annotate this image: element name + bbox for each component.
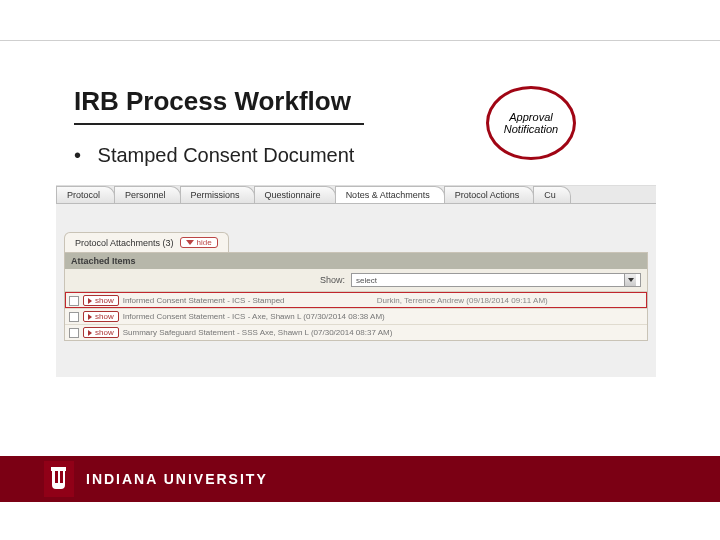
checkbox[interactable]: [69, 328, 79, 338]
panel-header: Attached Items: [65, 253, 647, 269]
show-btn-label: show: [95, 312, 114, 321]
attachment-name: Informed Consent Statement - ICS - Stamp…: [123, 296, 373, 305]
chevron-right-icon: [88, 330, 92, 336]
bullet-text: Stamped Consent Document: [98, 144, 355, 166]
show-select[interactable]: select: [351, 273, 641, 287]
slide: IRB Process Workflow • Stamped Consent D…: [0, 0, 720, 540]
header-rule: [0, 40, 720, 41]
hide-label: hide: [197, 238, 212, 247]
screenshot-panel: Protocol Personnel Permissions Questionn…: [56, 185, 656, 377]
footer-bar: INDIANA UNIVERSITY: [0, 456, 720, 502]
filter-row: Show: select: [65, 269, 647, 292]
section-protocol-attachments[interactable]: Protocol Attachments (3) hide: [64, 232, 229, 252]
checkbox[interactable]: [69, 312, 79, 322]
slide-title: IRB Process Workflow: [74, 86, 364, 125]
table-row[interactable]: show Informed Consent Statement - ICS - …: [65, 308, 647, 324]
show-btn-label: show: [95, 328, 114, 337]
table-row[interactable]: show Informed Consent Statement - ICS - …: [65, 292, 647, 308]
hide-button[interactable]: hide: [180, 237, 218, 248]
chevron-down-icon: [186, 240, 194, 245]
section-tabs: Protocol Attachments (3) hide: [64, 232, 656, 252]
approval-callout: Approval Notification: [486, 86, 576, 160]
chevron-right-icon: [88, 314, 92, 320]
attachment-name: Summary Safeguard Statement - SSS Axe, S…: [123, 328, 393, 337]
slide-bullet: • Stamped Consent Document: [74, 144, 434, 167]
attachment-meta: Durkin, Terrence Andrew (09/18/2014 09:1…: [377, 296, 548, 305]
iu-logo: [44, 461, 74, 497]
callout-text: Approval Notification: [493, 111, 569, 135]
show-button[interactable]: show: [83, 311, 119, 322]
tab-protocol-actions[interactable]: Protocol Actions: [444, 186, 535, 203]
tab-notes-attachments[interactable]: Notes & Attachments: [335, 186, 445, 203]
tab-overflow[interactable]: Cu: [533, 186, 571, 203]
chevron-right-icon: [88, 298, 92, 304]
bullet-dot: •: [74, 144, 92, 167]
tab-permissions[interactable]: Permissions: [180, 186, 255, 203]
tab-personnel[interactable]: Personnel: [114, 186, 181, 203]
table-row[interactable]: show Summary Safeguard Statement - SSS A…: [65, 324, 647, 340]
show-button[interactable]: show: [83, 295, 119, 306]
attachments-panel: Attached Items Show: select show Informe…: [64, 252, 648, 341]
iu-logo-icon: [50, 467, 68, 491]
attachment-name: Informed Consent Statement - ICS - Axe, …: [123, 312, 385, 321]
checkbox[interactable]: [69, 296, 79, 306]
show-button[interactable]: show: [83, 327, 119, 338]
top-tabs: Protocol Personnel Permissions Questionn…: [56, 186, 656, 204]
footer-org: INDIANA UNIVERSITY: [86, 471, 268, 487]
show-select-value: select: [356, 276, 377, 285]
tab-protocol[interactable]: Protocol: [56, 186, 115, 203]
show-label: Show:: [320, 275, 345, 285]
dropdown-icon: [624, 274, 636, 286]
tab-questionnaire[interactable]: Questionnaire: [254, 186, 336, 203]
show-btn-label: show: [95, 296, 114, 305]
section-label: Protocol Attachments (3): [75, 238, 174, 248]
